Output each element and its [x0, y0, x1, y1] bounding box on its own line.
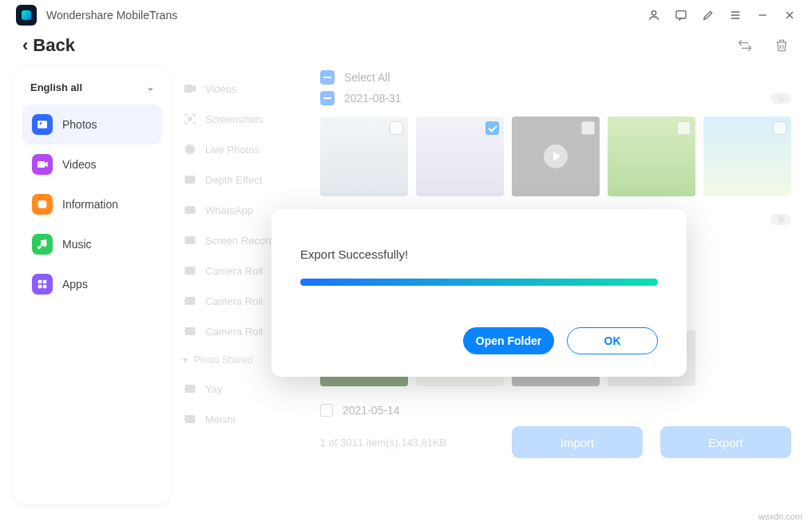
sidebar-item-apps[interactable]: Apps [22, 264, 162, 304]
sidebar-dropdown-label: English all [30, 81, 82, 93]
sidebar-item-videos[interactable]: Videos [22, 144, 162, 184]
app-logo [16, 5, 37, 26]
svg-rect-1 [676, 11, 686, 18]
titlebar: Wondershare MobileTrans [0, 0, 812, 30]
menu-icon[interactable] [729, 9, 742, 22]
sidebar-item-label: Music [62, 238, 92, 251]
sidebar: English all ⌄ Photos Videos Information … [14, 67, 170, 504]
progress-bar [300, 279, 658, 286]
svg-point-0 [652, 11, 656, 15]
svg-rect-7 [43, 280, 47, 284]
svg-rect-5 [38, 200, 47, 208]
svg-point-3 [40, 122, 42, 125]
sidebar-item-photos[interactable]: Photos [22, 105, 162, 144]
svg-rect-9 [43, 285, 47, 289]
svg-rect-2 [38, 121, 47, 128]
open-folder-button[interactable]: Open Folder [463, 327, 554, 354]
refresh-icon[interactable] [737, 38, 753, 53]
sidebar-item-music[interactable]: Music [22, 224, 162, 264]
sidebar-item-label: Videos [62, 158, 97, 171]
chat-icon[interactable] [675, 9, 687, 22]
modal-title: Export Successfully! [300, 247, 658, 261]
music-icon [32, 234, 53, 255]
app-title: Wondershare MobileTrans [46, 9, 177, 22]
photos-icon [32, 114, 53, 135]
sidebar-dropdown[interactable]: English all ⌄ [22, 78, 162, 105]
sidebar-item-label: Information [62, 198, 118, 211]
user-icon[interactable] [648, 9, 660, 22]
export-success-modal: Export Successfully! Open Folder OK [271, 209, 687, 377]
window-controls [648, 9, 796, 22]
sidebar-item-information[interactable]: Information [22, 184, 162, 224]
trash-icon[interactable] [774, 38, 790, 53]
watermark: wsxdn.com [759, 512, 802, 521]
svg-rect-6 [38, 280, 42, 284]
sidebar-item-label: Photos [62, 118, 97, 131]
back-button[interactable]: ‹ Back [22, 35, 75, 56]
svg-rect-4 [38, 161, 45, 168]
videos-icon [32, 154, 53, 175]
svg-rect-8 [38, 285, 42, 289]
edit-icon[interactable] [702, 9, 715, 22]
ok-button[interactable]: OK [567, 327, 658, 354]
toolbar: ‹ Back [0, 30, 812, 67]
close-icon[interactable] [783, 9, 796, 22]
back-label: Back [33, 35, 75, 56]
minimize-icon[interactable] [756, 9, 769, 22]
info-icon [32, 194, 53, 215]
chevron-down-icon: ⌄ [147, 82, 154, 93]
toolbar-actions [737, 38, 790, 53]
chevron-left-icon: ‹ [22, 35, 28, 56]
apps-icon [32, 274, 53, 295]
sidebar-item-label: Apps [62, 278, 88, 291]
